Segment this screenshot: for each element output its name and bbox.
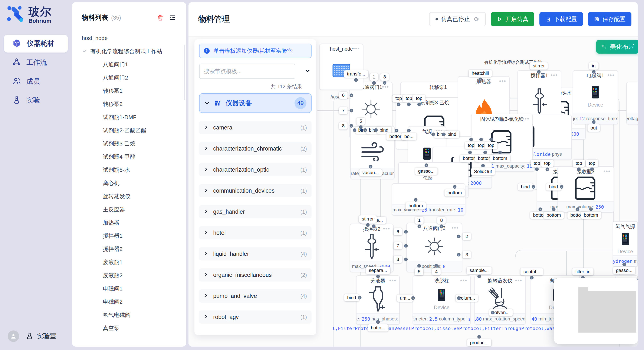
port-transfe[interactable]: transfe... (344, 70, 368, 78)
node-menu-icon[interactable]: ••• (551, 72, 558, 78)
port-separa[interactable]: separa... (366, 267, 390, 274)
port-handle-icon[interactable]: › (404, 230, 408, 234)
port-handle-icon[interactable]: › (350, 124, 353, 128)
port-handle-icon[interactable]: › (535, 168, 539, 171)
port-handle-icon[interactable]: › (358, 296, 362, 300)
port-stirrer[interactable]: stirrer (359, 215, 377, 223)
chevron-down-icon[interactable] (304, 68, 311, 75)
port-handle-icon[interactable]: › (490, 138, 493, 141)
port-top[interactable]: top (413, 95, 426, 102)
port-handle-icon[interactable]: › (590, 168, 594, 171)
node-menu-icon[interactable]: ••• (604, 168, 610, 175)
simulation-status-pill[interactable]: 仿真已停止 ⟳ (429, 12, 486, 26)
port-bottom[interactable]: bottom (581, 212, 601, 219)
tree-item[interactable]: 转移泵1 (82, 84, 182, 97)
sidebar-item-experiments[interactable]: 实验 (4, 91, 68, 109)
port-handle-icon[interactable]: › (432, 133, 435, 136)
port-4[interactable]: 4 (432, 268, 440, 275)
port-handle-icon[interactable]: › (383, 81, 386, 85)
port-handle-icon[interactable]: › (372, 81, 376, 85)
port-8[interactable]: 8 (437, 217, 446, 224)
port-5[interactable]: 5 (356, 118, 365, 125)
category-row-pump_and_valve[interactable]: pump_and_valve(4) (199, 289, 312, 303)
port-handle-icon[interactable]: › (364, 128, 367, 132)
preview-popup[interactable] (554, 278, 638, 344)
node-menu-icon[interactable]: ••• (515, 277, 522, 284)
port-filter_in[interactable]: filter_in (572, 268, 594, 275)
tree-item[interactable]: 有机化学流程综合测试工作站 (82, 45, 182, 58)
port-handle-icon[interactable]: › (622, 263, 626, 266)
port-top[interactable]: top (485, 142, 498, 149)
save-config-button[interactable]: 保存配置 (588, 12, 632, 26)
category-row-organic_miscellaneous[interactable]: organic_miscellaneous(2) (199, 268, 312, 282)
port-handle-icon[interactable]: › (491, 311, 495, 315)
search-input[interactable] (199, 64, 296, 79)
port-1[interactable]: 1 (370, 73, 378, 81)
node-menu-icon[interactable]: ••• (383, 225, 390, 232)
tree-item[interactable]: 加热器 (82, 216, 182, 229)
port-stirrer[interactable]: stirrer (530, 62, 548, 70)
refresh-icon[interactable]: ⟳ (474, 15, 480, 23)
category-row-liquid_handler[interactable]: liquid_handler(4) (199, 247, 312, 260)
sidebar-item-instruments[interactable]: 仪器耗材 (4, 35, 68, 52)
port-handle-icon[interactable]: › (366, 223, 370, 227)
port-handle-icon[interactable]: › (478, 335, 481, 339)
port-8[interactable]: 8 (339, 122, 348, 130)
port-handle-icon[interactable]: › (376, 320, 380, 324)
tree-item[interactable]: 电磁阀2 (82, 295, 182, 308)
canvas-node-电磁阀1[interactable]: 电磁阀1•••Devicevoltage:12 response_time:0.… (573, 70, 618, 124)
beautify-layout-button[interactable]: 美化布局 (596, 40, 638, 54)
port-handle-icon[interactable]: › (480, 138, 483, 141)
port-bind[interactable]: bind (518, 183, 533, 190)
port-handle-icon[interactable]: › (592, 120, 596, 124)
port-handle-icon[interactable]: › (532, 185, 536, 189)
node-menu-icon[interactable]: ••• (628, 223, 634, 229)
port-handle-icon[interactable]: › (372, 224, 376, 228)
port-handle-icon[interactable]: › (442, 133, 446, 136)
port-handle-icon[interactable]: › (469, 138, 473, 141)
scrollbar[interactable] (184, 45, 185, 100)
port-handle-icon[interactable]: › (453, 185, 456, 189)
tree-item[interactable]: 离心机 (82, 176, 182, 190)
tree-item[interactable]: 八通阀门2 (82, 71, 182, 84)
port-handle-icon[interactable]: › (538, 207, 542, 211)
port-um[interactable]: um... (397, 295, 413, 302)
port-7[interactable]: 7 (394, 242, 402, 249)
port-handle-icon[interactable]: › (546, 168, 549, 171)
canvas-node-搅拌器2[interactable]: 搅拌器2•••max_speed:2000 (350, 224, 394, 272)
tree-item[interactable]: 主反应器 (82, 203, 182, 216)
port-handle-icon[interactable]: › (552, 207, 556, 211)
port-heatchill[interactable]: heatchill (469, 70, 492, 77)
port-bind[interactable]: bind (376, 127, 392, 134)
port-bind[interactable]: bind (546, 183, 561, 190)
port-in[interactable]: in (589, 62, 598, 70)
port-6[interactable]: 6 (394, 228, 402, 235)
sidebar-item-lab[interactable]: 实验室 (26, 332, 56, 341)
port-handle-icon[interactable]: › (592, 70, 596, 74)
tree-item[interactable]: 八通阀门1 (82, 58, 182, 71)
port-botto[interactable]: botto... (368, 324, 388, 332)
port-6[interactable]: 6 (339, 92, 348, 99)
port-bottom[interactable]: bottom (490, 155, 510, 162)
port-bottom[interactable]: bottom (544, 212, 564, 219)
category-row-camera[interactable]: camera(1) (199, 121, 312, 134)
port-handle-icon[interactable]: › (412, 296, 415, 300)
tree-item[interactable]: 试剂瓶3-己烷 (82, 137, 182, 150)
canvas-node-旋转蒸发仪[interactable]: 旋转蒸发仪•••:180 max_rotation_speed: (474, 275, 526, 325)
port-handle-icon[interactable]: › (440, 224, 444, 228)
port-handle-icon[interactable]: › (397, 103, 400, 106)
port-gasso[interactable]: gasso... (613, 267, 635, 274)
port-handle-icon[interactable]: › (350, 94, 353, 97)
port-handle-icon[interactable]: › (478, 78, 482, 81)
canvas-node-接收瓶3[interactable]: 接收瓶3•••max_volume:250 (558, 166, 614, 213)
port-handle-icon[interactable]: › (376, 275, 380, 278)
port-handle-icon[interactable]: › (369, 165, 372, 169)
tree-item[interactable]: 电磁阀1 (82, 282, 182, 295)
port-handle-icon[interactable]: › (468, 151, 472, 154)
port-handle-icon[interactable]: › (457, 235, 461, 238)
port-handle-icon[interactable]: › (457, 253, 461, 257)
category-row-characterization_optic[interactable]: characterization_optic(1) (199, 163, 312, 176)
tree-item[interactable]: 废液瓶2 (82, 269, 182, 282)
port-7[interactable]: 7 (339, 107, 348, 114)
node-menu-icon[interactable]: ••• (353, 45, 360, 52)
